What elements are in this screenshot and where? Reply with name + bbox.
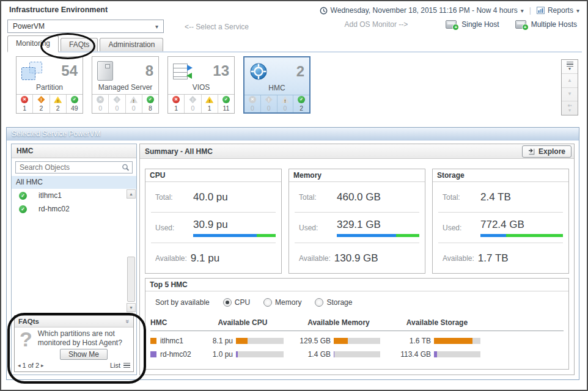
hmc-sidebar: HMC All HMC ✓ itlhmc1 <box>11 144 137 375</box>
memory-bar <box>334 351 380 357</box>
tile-sort-menu-button[interactable]: ▾ <box>562 60 578 74</box>
legend-swatch <box>150 351 156 357</box>
tab-monitoring[interactable]: Monitoring <box>7 35 59 53</box>
scroll-down-button[interactable]: ▼ <box>127 303 136 312</box>
memory-value: 129.5 GB <box>297 337 334 345</box>
object-tiles: 54 Partition ✕ 1 ! 2 ! 2 ✓ 49 <box>16 56 311 114</box>
tile-label: Managed Server <box>92 83 158 95</box>
normal-status-icon: ✓ <box>19 192 27 200</box>
row-hmc-name: itlhmc1 <box>160 337 183 345</box>
hmc-name: itlhmc1 <box>39 191 62 200</box>
explore-button[interactable]: Explore <box>522 145 571 158</box>
hmc-icon <box>249 62 268 81</box>
multiple-hosts-button[interactable]: Multiple Hosts <box>515 20 577 29</box>
down-arrow-icon: ▼ <box>567 92 572 97</box>
storage-bar-fill <box>434 351 437 357</box>
list-item[interactable]: ✓ itlhmc1 <box>12 189 136 202</box>
tile-count: 8 <box>145 62 153 79</box>
faq-pager[interactable]: ◂ 1 of 2 ▸ <box>18 362 44 369</box>
scrollbar[interactable]: ▲ ▼ <box>127 189 136 312</box>
tile-count: 13 <box>213 62 229 79</box>
resource-cards: CPU Total: 40.0 pu Used: <box>145 169 569 274</box>
managed-server-icon <box>97 61 113 81</box>
chevron-down-icon[interactable]: ▾ <box>521 7 524 14</box>
table-row[interactable]: rd-hmc02 1.0 pu 1.4 GB 113.4 GB <box>150 348 564 361</box>
radio-button-icon <box>223 298 232 307</box>
tile-label: Partition <box>17 83 83 95</box>
status-normal: ✓ 49 <box>67 95 83 113</box>
prev-arrow-icon[interactable]: ◂ <box>18 362 21 368</box>
used-label: Used: <box>299 224 337 232</box>
status-count: 1 <box>23 104 26 112</box>
single-host-icon <box>446 20 457 29</box>
show-me-button[interactable]: Show Me <box>60 349 108 360</box>
cpu-value: 8.1 pu <box>202 337 236 345</box>
cpu-bar-fill <box>236 338 248 344</box>
column-header-cpu: Available CPU <box>202 318 284 327</box>
scroll-down-button[interactable]: ▼ <box>562 88 578 102</box>
top5-title: Top 5 HMC <box>145 279 568 291</box>
list-item[interactable]: ✓ rd-hmc02 <box>12 202 136 216</box>
service-selector-value: PowerVM <box>13 22 45 31</box>
clock-icon <box>320 7 328 15</box>
cpu-card: CPU Total: 40.0 pu Used: <box>145 169 282 274</box>
tile-options-button[interactable]: ●▪▾ <box>562 101 578 115</box>
radio-storage[interactable]: Storage <box>315 298 352 307</box>
single-host-button[interactable]: Single Host <box>446 20 499 29</box>
normal-status-icon: ✓ <box>19 205 27 213</box>
faq-list-link[interactable]: List <box>110 362 130 369</box>
memory-bar-fill <box>334 351 334 357</box>
reports-menu[interactable]: Reports <box>548 6 573 15</box>
tile-hmc[interactable]: 2 HMC ✕ 0 ! 0 ! 0 ✓ 2 <box>243 56 311 114</box>
selected-service-panel: Selected Service PowerVM HMC All HMC <box>6 127 579 380</box>
radio-cpu[interactable]: CPU <box>223 298 250 307</box>
memory-bar <box>334 338 380 344</box>
next-arrow-icon[interactable]: ▸ <box>41 362 44 368</box>
cpu-value: 1.0 pu <box>202 350 236 359</box>
storage-card: Storage Total: 2.4 TB Used: <box>432 169 569 274</box>
status-count: 0 <box>115 104 119 112</box>
column-header-hmc: HMC <box>150 318 202 327</box>
memory-usage-fill <box>337 234 396 237</box>
search-input[interactable] <box>15 161 133 174</box>
cpu-usage-bar <box>193 234 276 237</box>
memory-total-value: 460.0 GB <box>337 191 381 203</box>
tile-partition[interactable]: 54 Partition ✕ 1 ! 2 ! 2 ✓ 49 <box>16 56 83 114</box>
storage-bar <box>434 338 480 344</box>
status-count: 1 <box>208 104 211 112</box>
cpu-usage-fill <box>193 234 257 237</box>
time-range-label: Wednesday, November 18, 2015 11:16 PM - … <box>331 6 518 15</box>
faqts-panel: FAQts » ? Which partitions are not monit… <box>14 315 134 372</box>
scroll-up-button[interactable]: ▲ <box>127 189 136 199</box>
time-range-control[interactable]: Wednesday, November 18, 2015 11:16 PM - … <box>320 6 579 15</box>
status-count: 11 <box>222 104 229 112</box>
scrollbar-thumb[interactable] <box>127 257 135 302</box>
collapse-chevron-icon[interactable]: » <box>122 320 133 323</box>
memory-usage-bar <box>337 234 419 237</box>
search-icon[interactable] <box>122 164 130 172</box>
top5-hmc-panel: Top 5 HMC Sort by available CPU Memory <box>145 278 569 370</box>
table-row[interactable]: itlhmc1 8.1 pu 129.5 GB 1.6 TB <box>150 334 564 348</box>
status-warning: ! 0 <box>277 95 294 112</box>
tab-faqts[interactable]: FAQts <box>61 38 98 51</box>
scroll-up-button[interactable]: ▲ <box>562 74 578 88</box>
tile-vios[interactable]: 13 VIOS ✕ 1 ! 0 ! 1 ✓ 11 <box>167 56 235 114</box>
cpu-bar-fill <box>236 351 238 357</box>
service-selector-dropdown[interactable]: PowerVM ▾ <box>7 20 164 33</box>
radio-memory[interactable]: Memory <box>263 298 301 307</box>
up-arrow-icon: ▲ <box>567 78 572 83</box>
fatal-icon: ✕ <box>172 96 180 103</box>
summary-panel: Summary - All HMC Explore CPU <box>139 144 575 375</box>
sort-by-label: Sort by available <box>155 298 210 307</box>
cpu-used-value: 30.9 pu <box>193 219 276 231</box>
sidebar-item-all-hmc[interactable]: All HMC <box>12 176 136 189</box>
tab-administration[interactable]: Administration <box>100 38 163 51</box>
warning-icon: ! <box>205 97 213 103</box>
tab-strip: Monitoring FAQts Administration <box>7 36 582 53</box>
row-hmc-name: rd-hmc02 <box>160 350 191 359</box>
explore-icon <box>528 148 535 155</box>
radio-label: CPU <box>235 298 250 307</box>
critical-icon: ! <box>265 96 273 103</box>
tile-managed-server[interactable]: 8 Managed Server ✕ 0 ! 0 ! 0 ✓ 8 <box>92 56 159 114</box>
chevron-down-icon[interactable]: ▾ <box>576 7 579 14</box>
